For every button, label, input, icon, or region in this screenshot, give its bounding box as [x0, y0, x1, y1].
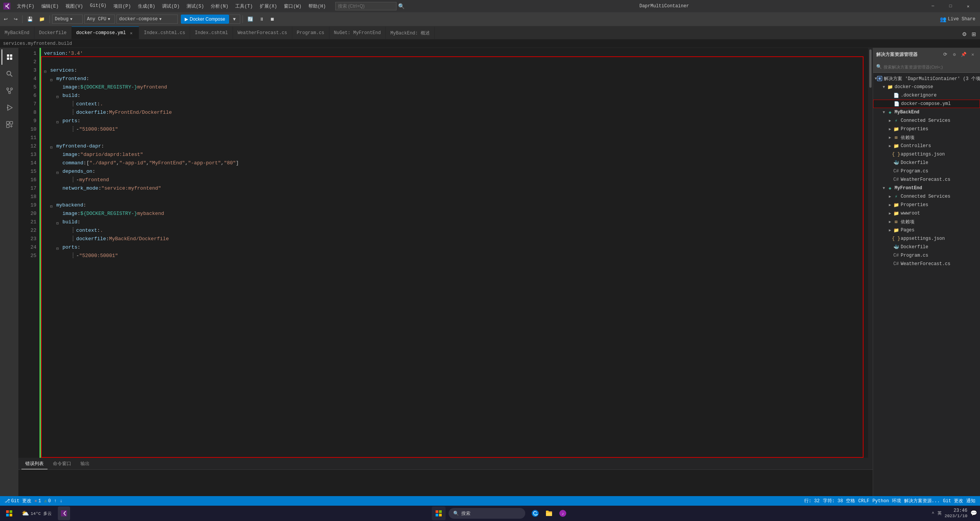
expand-connected[interactable]: ▶ — [887, 118, 893, 123]
close-button[interactable]: ✕ — [959, 0, 977, 12]
expand-docker-compose[interactable]: ▼ — [881, 85, 887, 89]
activity-extensions[interactable] — [2, 117, 17, 132]
menu-test[interactable]: 测试(S) — [184, 2, 207, 11]
bottom-tab-errors[interactable]: 错误列表 — [21, 459, 48, 469]
global-search-input[interactable] — [335, 2, 397, 10]
toolbar-breakpoint[interactable]: ⏸ — [257, 14, 266, 24]
tab-settings-button[interactable]: ⚙ — [960, 29, 969, 39]
menu-view[interactable]: 视图(V) — [62, 2, 86, 11]
code-content[interactable]: version: '3.4' ⊟services: ⊟myfrontend: — [41, 48, 868, 458]
status-notifications[interactable]: 通知 — [965, 496, 977, 506]
taskbar-browser[interactable] — [528, 506, 542, 520]
expand-myfrontend[interactable]: ▼ — [881, 186, 887, 190]
se-settings-btn[interactable]: ⚙ — [950, 51, 959, 59]
status-language[interactable]: Python 环境 — [871, 496, 902, 506]
expand-deps-2[interactable]: ▶ — [887, 220, 893, 224]
maximize-button[interactable]: □ — [942, 0, 959, 12]
status-warnings[interactable]: ⚠ 0 — [43, 496, 52, 506]
expand-mybackend[interactable]: ▼ — [881, 110, 887, 115]
expand-controllers[interactable]: ▶ — [887, 144, 893, 148]
expand-wwwroot[interactable]: ▶ — [887, 211, 893, 216]
menu-edit[interactable]: 编辑(E) — [38, 2, 62, 11]
tree-docker-compose-folder[interactable]: ▼ 📁 docker-compose — [873, 83, 980, 91]
tab-index-cshtml[interactable]: Index.cshtml — [190, 26, 233, 39]
clock-widget[interactable]: 23:46 2023/1/10 — [945, 508, 967, 519]
fold-build-2[interactable]: ⊟ — [56, 220, 62, 225]
tree-deps-mybackend[interactable]: ▶ ⊞ 依赖项 — [873, 133, 980, 142]
startup-project-dropdown[interactable]: docker-compose ▼ — [116, 15, 178, 24]
start-button[interactable] — [3, 507, 15, 519]
status-git-changes[interactable]: Git 更改 — [941, 496, 965, 506]
tab-mybackend[interactable]: MyBackEnd — [0, 26, 34, 39]
tab-weatherforecast[interactable]: WeatherForecast.cs — [233, 26, 292, 39]
debug-config-dropdown[interactable]: Debug ▼ — [52, 15, 83, 24]
menu-project[interactable]: 项目(P) — [110, 2, 134, 11]
status-spaces[interactable]: 空格 — [844, 496, 857, 506]
menu-analyze[interactable]: 分析(N) — [208, 2, 231, 11]
toolbar-refresh[interactable]: 🔄 — [245, 14, 256, 24]
fold-depends-on[interactable]: ⊟ — [56, 169, 62, 174]
fold-ports-1[interactable]: ⊟ — [56, 118, 62, 124]
tab-close-docker-compose[interactable]: ✕ — [128, 30, 134, 36]
expand-props[interactable]: ▶ — [887, 127, 893, 131]
status-encoding[interactable]: CRLF — [857, 496, 871, 506]
tree-solution-root[interactable]: ▼ 解决方案 'DaprMultiContainer' (3 个项目, — [873, 74, 980, 83]
fold-ports-2[interactable]: ⊟ — [56, 245, 62, 250]
run-dropdown[interactable]: ▼ — [229, 15, 240, 24]
bottom-tab-command[interactable]: 命令窗口 — [49, 459, 75, 469]
status-line[interactable]: 行: 32 — [803, 496, 821, 506]
se-pin-btn[interactable]: 📌 — [959, 51, 968, 59]
menu-help[interactable]: 帮助(H) — [305, 2, 329, 11]
status-navigate-down[interactable]: ↓ — [58, 496, 64, 506]
tree-properties-myfrontend[interactable]: ▶ 📁 Properties — [873, 201, 980, 209]
activity-git[interactable] — [2, 83, 17, 98]
tab-docker-compose-yml[interactable]: docker-compose.yml ✕ — [72, 26, 139, 39]
activity-search[interactable] — [2, 66, 17, 82]
tree-appsettings-mybackend[interactable]: { } appsettings.json — [873, 150, 980, 159]
tree-weatherforecast-myfrontend[interactable]: C# WeatherForecast.cs — [873, 260, 980, 268]
toolbar-save-all[interactable]: 💾 — [25, 14, 35, 24]
bottom-tab-output[interactable]: 输出 — [77, 459, 93, 469]
status-navigate-up[interactable]: ↑ — [52, 496, 58, 506]
se-sync-btn[interactable]: ⟳ — [941, 51, 949, 59]
fold-build-1[interactable]: ⊟ — [56, 93, 62, 98]
tray-chevron[interactable]: ^ — [932, 511, 934, 516]
tree-wwwroot[interactable]: ▶ 📁 wwwroot — [873, 209, 980, 218]
tree-connected-services-mybackend[interactable]: ▶ ⚡ Connected Services — [873, 116, 980, 125]
expand-connected-2[interactable]: ▶ — [887, 194, 893, 199]
tree-myfrontend[interactable]: ▼ ◈ MyFrontEnd — [873, 184, 980, 192]
tree-dockerfile-mybackend[interactable]: 🐳 Dockerfile — [873, 159, 980, 167]
weather-widget[interactable]: ⛅ 14°C 多云 — [18, 506, 55, 520]
tree-connected-myfrontend[interactable]: ▶ ⚡ Connected Services — [873, 192, 980, 201]
taskbar-windows-center[interactable] — [432, 506, 446, 520]
tree-mybackend[interactable]: ▼ ◈ MyBackEnd — [873, 108, 980, 116]
menu-git[interactable]: Git(G) — [87, 2, 110, 11]
tree-docker-compose-yml[interactable]: 📄 docker-compose.yml — [873, 100, 980, 108]
status-git[interactable]: ⎇ Git 更改 — [3, 496, 33, 506]
tray-notification[interactable]: 💬 — [970, 510, 977, 516]
tree-pages[interactable]: ▶ 📁 Pages — [873, 226, 980, 234]
tab-dockerfile[interactable]: Dockerfile — [34, 26, 72, 39]
tree-dockerignore[interactable]: 📄 .dockerignore — [873, 91, 980, 100]
menu-build[interactable]: 生成(B) — [135, 2, 159, 11]
activity-explorer[interactable] — [2, 49, 17, 65]
taskbar-vs-app[interactable] — [58, 506, 70, 520]
toolbar-redo[interactable]: ↪ — [11, 14, 20, 24]
status-col[interactable]: 字符: 38 — [821, 496, 845, 506]
tree-properties-mybackend[interactable]: ▶ 📁 Properties — [873, 125, 980, 133]
menu-window[interactable]: 窗口(W) — [281, 2, 305, 11]
expand-pages[interactable]: ▶ — [887, 228, 893, 233]
tab-mybackend-overview[interactable]: MyBackEnd: 概述 — [386, 26, 435, 39]
minimize-button[interactable]: ─ — [924, 0, 942, 12]
scroll-thumb[interactable] — [869, 49, 872, 88]
tray-lang[interactable]: 英 — [937, 510, 942, 516]
tree-dockerfile-myfrontend[interactable]: 🐳 Dockerfile — [873, 243, 980, 251]
activity-debug[interactable] — [2, 100, 17, 115]
tab-split-button[interactable]: ⊞ — [969, 29, 978, 39]
platform-dropdown[interactable]: Any CPU ▼ — [84, 15, 115, 24]
fold-myfrontend[interactable]: ⊟ — [50, 76, 56, 82]
menu-extensions[interactable]: 扩展(X) — [257, 2, 280, 11]
toolbar-undo[interactable]: ↩ — [2, 14, 10, 24]
status-solution-explorer[interactable]: 解决方案资源... — [903, 496, 942, 506]
tab-program-cs[interactable]: Program.cs — [292, 26, 329, 39]
